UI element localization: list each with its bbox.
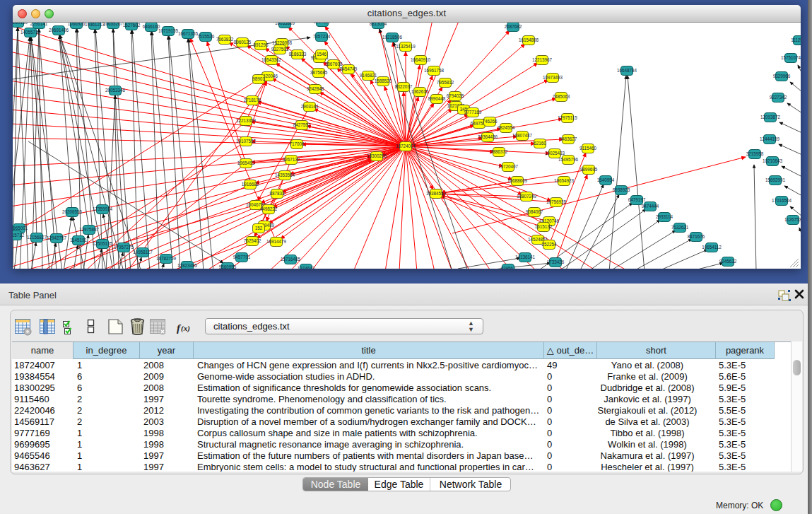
svg-text:1733426: 1733426 xyxy=(547,259,565,264)
svg-text:14136141: 14136141 xyxy=(515,255,536,259)
svg-text:2867608: 2867608 xyxy=(325,62,343,66)
svg-text:887833: 887833 xyxy=(269,191,285,196)
svg-text:20206556: 20206556 xyxy=(62,209,83,214)
svg-text:16033809: 16033809 xyxy=(275,23,295,25)
svg-text:8322037: 8322037 xyxy=(395,84,413,89)
svg-text:20053346: 20053346 xyxy=(105,88,126,93)
svg-text:12156827: 12156827 xyxy=(27,235,47,240)
svg-text:6794028: 6794028 xyxy=(447,93,464,98)
svg-text:16961758: 16961758 xyxy=(424,68,445,73)
svg-text:3267130: 3267130 xyxy=(283,157,300,162)
svg-text:7955812: 7955812 xyxy=(437,80,454,85)
svg-text:10756928: 10756928 xyxy=(546,199,567,204)
svg-text:10688609: 10688609 xyxy=(507,178,528,183)
svg-text:2933114: 2933114 xyxy=(656,214,673,219)
svg-text:8990448: 8990448 xyxy=(428,96,446,101)
svg-text:12213359: 12213359 xyxy=(236,118,257,123)
svg-text:9329966: 9329966 xyxy=(773,74,791,78)
svg-text:98901: 98901 xyxy=(252,76,265,81)
svg-text:10654112: 10654112 xyxy=(702,245,722,250)
svg-text:9457791: 9457791 xyxy=(233,255,251,259)
svg-text:17016504: 17016504 xyxy=(772,198,792,203)
svg-text:9899695: 9899695 xyxy=(580,167,598,172)
svg-text:1126753: 1126753 xyxy=(784,217,801,222)
svg-text:12505135: 12505135 xyxy=(93,241,113,246)
svg-text:9084067: 9084067 xyxy=(526,209,543,214)
svg-text:1527602: 1527602 xyxy=(123,23,141,28)
svg-text:9327503: 9327503 xyxy=(271,47,289,52)
svg-text:15720407: 15720407 xyxy=(498,164,519,169)
svg-text:16671355: 16671355 xyxy=(178,31,199,36)
svg-text:1145191: 1145191 xyxy=(70,238,88,243)
svg-text:15716485: 15716485 xyxy=(281,257,301,262)
svg-text:891295: 891295 xyxy=(253,42,269,47)
svg-text:9227342: 9227342 xyxy=(770,95,787,100)
svg-text:16640910: 16640910 xyxy=(411,57,431,62)
svg-text:10210643: 10210643 xyxy=(763,158,783,163)
svg-text:1588520: 1588520 xyxy=(375,78,392,83)
svg-text:1362615: 1362615 xyxy=(411,89,429,94)
svg-text:13975887: 13975887 xyxy=(79,227,100,232)
svg-text:8186323: 8186323 xyxy=(289,52,307,57)
svg-text:14055712: 14055712 xyxy=(20,30,41,35)
svg-text:62160: 62160 xyxy=(534,141,546,146)
svg-text:10807487: 10807487 xyxy=(512,133,533,138)
svg-text:8471676: 8471676 xyxy=(688,234,705,239)
svg-text:8813054: 8813054 xyxy=(370,23,387,26)
svg-text:2295141: 2295141 xyxy=(30,23,48,26)
svg-text:929561: 929561 xyxy=(500,266,516,269)
svg-text:1965001: 1965001 xyxy=(13,226,28,230)
svg-text:9777169: 9777169 xyxy=(464,110,482,115)
svg-text:152: 152 xyxy=(255,226,263,230)
svg-text:11325419: 11325419 xyxy=(396,44,416,49)
svg-text:17957275: 17957275 xyxy=(114,245,134,250)
svg-text:(x): (x) xyxy=(181,324,190,333)
svg-text:1615132: 1615132 xyxy=(535,224,553,229)
svg-text:16154808: 16154808 xyxy=(519,37,539,42)
svg-text:16782759: 16782759 xyxy=(156,256,177,261)
svg-text:252254: 252254 xyxy=(541,242,557,247)
svg-text:9463627: 9463627 xyxy=(560,136,577,141)
svg-text:7357224: 7357224 xyxy=(313,34,331,39)
svg-text:26269150: 26269150 xyxy=(13,23,28,25)
svg-text:3215958: 3215958 xyxy=(746,151,764,156)
svg-text:1965493: 1965493 xyxy=(237,160,255,165)
svg-text:10719155: 10719155 xyxy=(158,28,179,33)
svg-text:2718176: 2718176 xyxy=(244,98,261,103)
svg-text:19384554: 19384554 xyxy=(426,191,447,196)
svg-text:12093872: 12093872 xyxy=(760,115,781,119)
svg-text:6479197: 6479197 xyxy=(628,197,646,202)
svg-text:10973493: 10973493 xyxy=(543,75,563,80)
svg-text:10655267: 10655267 xyxy=(103,23,124,26)
svg-text:18300295: 18300295 xyxy=(367,153,387,158)
svg-text:1640954: 1640954 xyxy=(597,177,615,182)
svg-text:15751074: 15751074 xyxy=(781,55,801,60)
svg-text:8960125: 8960125 xyxy=(234,40,252,45)
svg-text:2903144: 2903144 xyxy=(301,104,319,109)
svg-text:15692991: 15692991 xyxy=(765,177,786,182)
svg-text:746266: 746266 xyxy=(482,119,498,124)
svg-text:12942757: 12942757 xyxy=(47,235,67,240)
svg-text:1112587: 1112587 xyxy=(791,37,801,42)
svg-text:8938923: 8938923 xyxy=(613,187,630,192)
svg-text:9474444: 9474444 xyxy=(642,204,659,209)
svg-text:20364436: 20364436 xyxy=(478,134,498,139)
svg-text:1066926: 1066926 xyxy=(68,23,86,26)
svg-text:7515526: 7515526 xyxy=(197,34,215,39)
svg-text:8454749: 8454749 xyxy=(340,66,358,71)
svg-text:7663822: 7663822 xyxy=(216,37,234,42)
svg-text:14353584: 14353584 xyxy=(275,173,295,177)
svg-text:7632621: 7632621 xyxy=(671,225,689,230)
svg-text:10958117: 10958117 xyxy=(133,250,153,255)
svg-text:12975115: 12975115 xyxy=(558,115,577,120)
svg-text:9242848: 9242848 xyxy=(307,86,324,91)
svg-text:12213967: 12213967 xyxy=(532,57,553,62)
svg-text:17359914: 17359914 xyxy=(93,206,113,211)
svg-text:19654923: 19654923 xyxy=(554,178,575,183)
svg-text:19218506: 19218506 xyxy=(382,35,403,40)
svg-text:16543362: 16543362 xyxy=(261,57,282,62)
svg-text:7625402: 7625402 xyxy=(244,238,261,243)
svg-text:19361213: 19361213 xyxy=(85,23,105,27)
svg-text:9560955: 9560955 xyxy=(219,264,237,269)
svg-text:1274643: 1274643 xyxy=(298,266,315,269)
